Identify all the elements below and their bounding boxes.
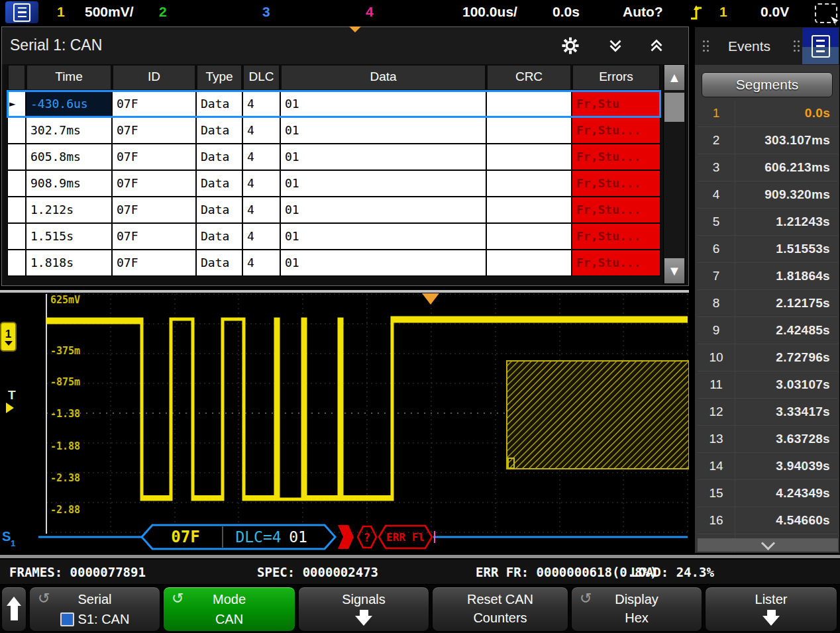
segment-row[interactable]: 113.03107s bbox=[698, 371, 838, 399]
can-statistics-bar: FRAMES: 0000077891 SPEC: 0000002473 ERR … bbox=[0, 560, 840, 584]
segments-view-button[interactable]: Segments bbox=[702, 72, 833, 97]
decode-data: 01 bbox=[289, 528, 307, 546]
segment-row[interactable]: 133.63728s bbox=[698, 426, 838, 453]
dlc-cell: 4 bbox=[242, 144, 280, 170]
down-arrow-stem bbox=[767, 610, 776, 616]
channel1-badge-arrow-icon bbox=[5, 341, 13, 346]
channel1-scale[interactable]: 500mV/ bbox=[85, 4, 134, 20]
errors-cell: Fr,Stu bbox=[572, 91, 660, 117]
segment-time: 2.42485s bbox=[735, 317, 838, 344]
segment-row[interactable]: 61.51553s bbox=[698, 236, 838, 263]
segment-row[interactable]: 3606.213ms bbox=[698, 154, 838, 181]
trigger-position-marker[interactable] bbox=[422, 293, 439, 305]
segment-row[interactable]: 4909.320ms bbox=[698, 181, 838, 209]
segment-row[interactable]: 10.0s bbox=[698, 100, 838, 127]
data-cell: 01 bbox=[280, 91, 486, 117]
segment-time: 3.63728s bbox=[735, 426, 838, 452]
decode-dlc: DLC=4 bbox=[235, 528, 281, 546]
display-softkey[interactable]: ↺ Display Hex bbox=[571, 587, 702, 632]
events-menu-button[interactable] bbox=[802, 28, 839, 64]
dlc-cell: 4 bbox=[242, 170, 280, 197]
segment-row[interactable]: 123.33417s bbox=[698, 399, 838, 426]
settings-gear-icon[interactable] bbox=[558, 34, 582, 58]
segments-scroll-strip[interactable] bbox=[698, 538, 838, 552]
segment-row[interactable]: 51.21243s bbox=[698, 209, 838, 236]
header-cell-type: Type bbox=[196, 64, 242, 91]
trigger-level[interactable]: 0.0V bbox=[761, 4, 789, 20]
chevron-down-icon[interactable] bbox=[604, 34, 627, 58]
up-arrow-icon bbox=[7, 597, 21, 606]
serial-lister-window: Serial 1: CAN bbox=[1, 26, 689, 286]
lister-row[interactable]: ►-430.6us07FData401Fr,Stu bbox=[7, 91, 660, 117]
events-header: Events bbox=[695, 27, 839, 65]
row-pointer-cell bbox=[7, 250, 26, 276]
segment-row[interactable]: 102.72796s bbox=[698, 344, 838, 371]
cycle-icon: ↺ bbox=[38, 590, 50, 607]
display-softkey-value: Hex bbox=[572, 610, 702, 626]
events-panel: Events Segments 10.0s2303.107ms3606.213m… bbox=[694, 26, 840, 554]
lister-row[interactable]: 1.515s07FData401Fr,Stu... bbox=[7, 223, 660, 250]
main-menu-button[interactable] bbox=[5, 1, 38, 23]
trigger-level-arrow-icon[interactable] bbox=[6, 403, 14, 413]
id-cell: 07F bbox=[112, 197, 196, 223]
lister-body: ►-430.6us07FData401Fr,Stu302.7ms07FData4… bbox=[7, 91, 660, 276]
decode-error-flag: ERR Fl bbox=[386, 531, 425, 544]
channel4-number[interactable]: 4 bbox=[366, 4, 374, 20]
row-pointer-cell bbox=[7, 117, 26, 144]
screen-capture-icon[interactable] bbox=[815, 3, 837, 23]
id-cell: 07F bbox=[112, 144, 196, 170]
serial-softkey[interactable]: ↺ Serial S1: CAN bbox=[29, 587, 160, 632]
lister-row[interactable]: 1.818s07FData401Fr,Stu... bbox=[7, 250, 660, 276]
channel1-number[interactable]: 1 bbox=[57, 4, 65, 20]
segment-number: 5 bbox=[698, 209, 735, 235]
drag-handle-icon[interactable] bbox=[703, 40, 705, 42]
segment-number: 7 bbox=[698, 263, 735, 289]
axis-label: -1.38 bbox=[50, 408, 80, 420]
dlc-cell: 4 bbox=[242, 91, 280, 117]
trigger-time-marker-top bbox=[349, 26, 361, 32]
errors-cell: Fr,Stu... bbox=[572, 170, 660, 197]
crc-cell bbox=[486, 250, 572, 276]
scroll-up-arrow[interactable]: ▲ bbox=[664, 65, 684, 90]
trigger-source[interactable]: 1 bbox=[719, 4, 727, 20]
scroll-down-arrow[interactable]: ▼ bbox=[664, 258, 684, 283]
bottom-separator bbox=[0, 555, 840, 558]
serial-decode-bus: 07F DLC=4 01 ? ERR Fl S 1 bbox=[2, 525, 688, 549]
down-arrow-stem bbox=[360, 610, 368, 616]
drag-handle-icon[interactable] bbox=[794, 40, 796, 42]
header-cell-time: Time bbox=[26, 64, 112, 91]
channel1-ground-marker[interactable]: 1 bbox=[0, 322, 17, 352]
lister-softkey[interactable]: Lister bbox=[705, 587, 837, 632]
delay-value[interactable]: 0.0s bbox=[552, 4, 580, 20]
segment-time: 1.81864s bbox=[735, 263, 838, 289]
segment-row[interactable]: 92.42485s bbox=[698, 317, 838, 344]
segment-row[interactable]: 154.24349s bbox=[698, 480, 838, 507]
top-status-bar: 1 500mV/ 2 3 4 100.0us/ 0.0s Auto? 1 0.0… bbox=[0, 0, 840, 25]
segment-overlay-region bbox=[507, 361, 689, 469]
segment-row[interactable]: 164.54660s bbox=[698, 507, 838, 534]
reset-can-counters-softkey[interactable]: Reset CAN Counters bbox=[432, 587, 568, 632]
trigger-mode[interactable]: Auto? bbox=[623, 4, 663, 20]
segment-number: 13 bbox=[698, 426, 735, 452]
lister-scrollbar[interactable]: ▲ ▼ bbox=[663, 64, 686, 284]
channel2-number[interactable]: 2 bbox=[159, 4, 167, 20]
segment-row[interactable]: 82.12175s bbox=[698, 290, 838, 317]
lister-row[interactable]: 1.212s07FData401Fr,Stu... bbox=[7, 197, 660, 223]
row-pointer-cell bbox=[7, 170, 26, 197]
segment-number: 6 bbox=[698, 236, 735, 262]
lister-row[interactable]: 908.9ms07FData401Fr,Stu... bbox=[7, 170, 660, 197]
segment-row[interactable]: 143.94039s bbox=[698, 453, 838, 480]
segment-row[interactable]: 71.81864s bbox=[698, 263, 838, 290]
chevron-up-icon[interactable] bbox=[645, 34, 668, 58]
id-cell: 07F bbox=[112, 91, 196, 117]
scrollbar-thumb[interactable] bbox=[664, 93, 684, 122]
signals-softkey[interactable]: Signals bbox=[298, 587, 429, 632]
timebase-value[interactable]: 100.0us/ bbox=[462, 4, 517, 20]
mode-softkey[interactable]: ↺ Mode CAN bbox=[163, 587, 295, 632]
lister-row[interactable]: 605.8ms07FData401Fr,Stu... bbox=[7, 144, 660, 170]
row-pointer-cell bbox=[7, 197, 26, 223]
channel3-number[interactable]: 3 bbox=[262, 4, 270, 20]
segment-row[interactable]: 2303.107ms bbox=[698, 127, 838, 154]
lister-row[interactable]: 302.7ms07FData401Fr,Stu... bbox=[7, 117, 660, 144]
menu-back-button[interactable] bbox=[1, 587, 26, 632]
